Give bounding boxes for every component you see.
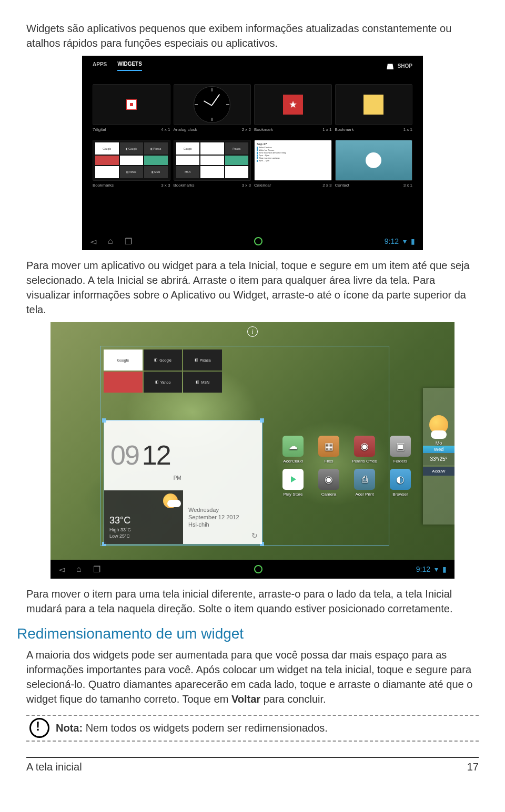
widget-name: Bookmarks [174,183,195,188]
page-number: 17 [467,761,479,773]
bm-tile [225,156,249,165]
refresh-icon[interactable]: ↻ [251,531,258,540]
shop-label: SHOP [398,63,412,69]
statusbar: ◅ ⌂ ❐ 9:12 ▾ ▮ [50,560,454,579]
widget-name: Contact [335,183,350,188]
app-icon-grid: ☁AcerCloud ▦Files ◉Polaris Office ▣Folde… [279,436,414,497]
widget-size: 1 x 1 [403,127,412,132]
bookmarks-widget[interactable]: Google ◧ Google ◧ Picasa ◧ Yahoo ◧ MSN [104,350,222,393]
home-icon[interactable]: ⌂ [108,237,113,246]
cloud-icon [431,430,447,439]
bm-tile [120,156,144,165]
contact-preview [336,140,412,180]
bm-tile [200,166,224,178]
temp-value: 33°C [109,515,178,526]
paragraph-2: Para mover um aplicativo ou widget para … [26,258,479,317]
app-browser[interactable]: ◐Browser [387,469,414,497]
clock-minute: 12 [142,439,170,471]
back-icon[interactable]: ◅ [90,237,96,246]
app-polaris[interactable]: ◉Polaris Office [351,436,378,464]
bm-tile: ◧ Yahoo [144,372,183,393]
app-acercloud[interactable]: ☁AcerCloud [279,436,307,464]
widget-name: Analog clock [174,127,197,132]
widget-7digital[interactable]: 7digital4 x 1 [93,84,170,137]
weather-panel: 33°C High 33°C Low 25°C [104,490,183,544]
bm-tile: ◧ MSN [183,372,222,393]
bm-tile: Google [104,350,143,371]
side-accu: AccuW [423,467,454,476]
tab-widgets[interactable]: WIDGETS [117,61,142,71]
home-icon[interactable]: ⌂ [76,564,82,574]
app-files[interactable]: ▦Files [315,436,342,464]
note-block: Nota: Nem todos os widgets podem ser red… [26,715,479,742]
bm-tile: Google [95,142,119,155]
bm-tile: ◧ Google [144,350,183,371]
bookmark-icon [363,95,383,115]
calendar-preview: Sep 27 Bake Cookies Make Ice Cream Time … [255,140,331,180]
widget-bookmarks-1[interactable]: Google ◧ Google ◧ Picasa ◧ Yahoo ◧ MSN B… [93,140,170,192]
bm-tile: Google [176,142,200,155]
bm-tile [225,166,249,178]
bm-tile: Picasa [225,142,249,155]
app-folders[interactable]: ▣Folders [387,436,414,464]
side-day: Wed [423,446,454,453]
widget-selection[interactable]: 09 12 PM 33°C High 33°C Low 25°C [104,420,262,544]
section-heading: Redimensionamento de um widget [17,625,479,642]
widget-name: Bookmarks [93,183,114,188]
app-playstore[interactable]: Play Store [279,469,307,497]
home-screen-screenshot: i Google ◧ Google ◧ Picasa ◧ Yahoo ◧ MSN… [50,322,454,579]
bm-tile [144,156,168,165]
info-icon[interactable]: i [247,326,258,337]
paragraph-3: Para mover o item para uma tela inicial … [26,587,479,616]
tabs-row: APPS WIDGETS SHOP [82,56,423,76]
side-weather-widget[interactable]: Mo Wed 33°/25° AccuW [423,388,454,525]
clock-weather-widget: 09 12 PM 33°C High 33°C Low 25°C [104,420,262,544]
clock-hour: 09 [110,439,139,471]
tab-apps[interactable]: APPS [93,61,107,70]
recents-icon[interactable]: ❐ [125,237,132,246]
widget-picker-screenshot: APPS WIDGETS SHOP 7digital4 x 1 Analog c… [82,56,423,250]
widget-size: 2 x 2 [242,127,251,132]
clock-ampm: PM [174,475,181,481]
7digital-icon [126,99,137,110]
temp-high: High 33°C [109,527,178,532]
widget-bookmarks-2[interactable]: Google Picasa MSN Bookmarks3 x 3 [174,140,251,192]
widget-bookmark-yellow[interactable]: Bookmark1 x 1 [335,84,413,137]
widget-calendar[interactable]: Sep 27 Bake Cookies Make Ice Cream Time … [254,140,332,192]
widget-analog-clock[interactable]: Analog clock2 x 2 [174,84,251,137]
battery-icon: ▮ [442,565,447,573]
app-camera[interactable]: ◉Camera [315,469,342,497]
widget-grid: 7digital4 x 1 Analog clock2 x 2 ★ Bookma… [82,84,423,192]
clock-time: 9:12 [385,237,399,245]
side-temps: 33°/25° [423,453,454,465]
ring-icon[interactable] [254,565,262,573]
ring-icon[interactable] [254,237,262,245]
widget-size: 3 x 3 [242,183,251,188]
recents-icon[interactable]: ❐ [93,564,100,574]
app-acerprint[interactable]: ⎙Acer Print [351,469,378,497]
wifi-icon: ▾ [403,237,407,245]
bm-tile [95,156,119,165]
footer-title: A tela inicial [26,761,82,773]
widget-size: 3 x 1 [403,183,412,188]
clock-time: 9:12 [416,565,430,573]
widget-size: 2 x 3 [322,183,331,188]
widget-contact[interactable]: Contact3 x 1 [335,140,413,192]
intro-paragraph: Widgets são aplicativos pequenos que exi… [26,21,479,50]
temp-low: Low 25°C [109,533,178,539]
bm-tile [104,372,143,393]
shop-button[interactable]: SHOP [386,62,412,70]
date-panel: Wednesday September 12 2012 Hsi-chih ↻ [183,490,262,544]
widget-size: 4 x 1 [161,127,170,132]
note-text: Nem todos os widgets podem ser redimensi… [83,722,328,734]
paragraph-4: A maioria dos widgets pode ser aumentada… [26,647,479,706]
widget-bookmark-red[interactable]: ★ Bookmark1 x 1 [254,84,332,137]
bm-tile: MSN [176,166,200,178]
bm-tile [95,166,119,178]
bm-tile: ◧ MSN [144,166,168,178]
widget-name: Bookmark [254,127,273,132]
date-location: Hsi-chih [188,521,257,528]
date-day: Wednesday [188,507,257,513]
back-icon[interactable]: ◅ [58,564,65,574]
bm-tile: ◧ Picasa [183,350,222,371]
